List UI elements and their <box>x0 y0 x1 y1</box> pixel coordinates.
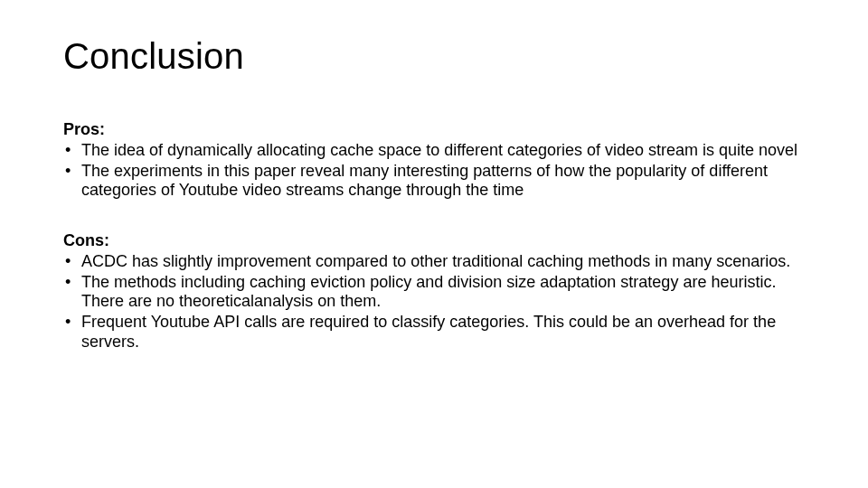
pros-list: The idea of dynamically allocating cache… <box>63 141 809 201</box>
list-item: The experiments in this paper reveal man… <box>63 162 809 200</box>
list-item: The methods including caching eviction p… <box>63 273 809 311</box>
cons-label: Cons: <box>63 231 809 250</box>
cons-list: ACDC has slightly improvement compared t… <box>63 252 809 352</box>
list-item: ACDC has slightly improvement compared t… <box>63 252 809 271</box>
pros-section: Pros: The idea of dynamically allocating… <box>63 120 809 201</box>
list-item: The idea of dynamically allocating cache… <box>63 141 809 160</box>
cons-section: Cons: ACDC has slightly improvement comp… <box>63 231 809 352</box>
list-item: Frequent Youtube API calls are required … <box>63 313 809 351</box>
pros-label: Pros: <box>63 120 809 139</box>
slide-title: Conclusion <box>63 36 809 77</box>
